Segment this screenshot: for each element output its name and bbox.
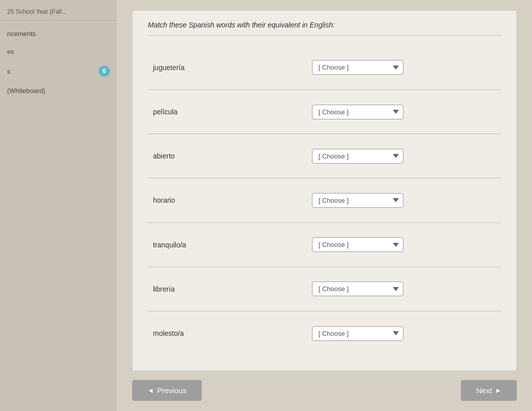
badge: 6: [99, 66, 110, 77]
sidebar-top: 25 School Year (Fall...: [0, 5, 117, 21]
next-arrow: ►: [495, 387, 502, 394]
sidebar-item-s[interactable]: s 6: [0, 61, 117, 81]
table-row: juguetería[ Choose ]: [148, 46, 501, 89]
word-cell: abierto: [148, 134, 307, 178]
sidebar-item-label: ncements: [7, 30, 36, 38]
question-card: Match these Spanish words with their equ…: [132, 10, 517, 371]
match-table: juguetería[ Choose ]película[ Choose ]ab…: [148, 46, 501, 355]
table-row: horario[ Choose ]: [148, 178, 501, 223]
next-button[interactable]: Next ►: [461, 380, 517, 401]
choose-select-1[interactable]: [ Choose ]: [312, 105, 403, 119]
choose-select-4[interactable]: [ Choose ]: [312, 237, 403, 252]
choose-select-0[interactable]: [ Choose ]: [312, 60, 403, 75]
select-cell: [ Choose ]: [307, 223, 501, 267]
select-cell: [ Choose ]: [307, 134, 501, 178]
select-cell: [ Choose ]: [307, 267, 501, 311]
instructions-text: Match these Spanish words with their equ…: [148, 21, 501, 36]
select-cell: [ Choose ]: [307, 46, 501, 89]
main-content: Match these Spanish words with their equ…: [117, 0, 532, 411]
sidebar-item-es[interactable]: es: [0, 44, 117, 59]
table-row: abierto[ Choose ]: [148, 134, 501, 178]
sidebar-item-announcements[interactable]: ncements: [0, 26, 117, 42]
sidebar-item-label: es: [7, 48, 14, 55]
choose-select-2[interactable]: [ Choose ]: [312, 149, 403, 164]
sidebar-item-label: (Whiteboard): [7, 87, 45, 94]
choose-select-5[interactable]: [ Choose ]: [312, 281, 403, 296]
word-cell: tranquilo/a: [148, 223, 307, 267]
choose-select-3[interactable]: [ Choose ]: [312, 193, 403, 208]
table-row: molesto/a[ Choose ]: [148, 311, 501, 355]
select-cell: [ Choose ]: [307, 89, 501, 134]
navigation-row: ◄ Previous Next ►: [132, 380, 517, 401]
table-row: película[ Choose ]: [148, 89, 501, 134]
word-cell: librería: [148, 267, 307, 311]
word-cell: horario: [148, 178, 307, 223]
sidebar: 25 School Year (Fall... ncements es s 6 …: [0, 0, 117, 411]
table-row: librería[ Choose ]: [148, 267, 501, 311]
word-cell: juguetería: [148, 46, 307, 89]
sidebar-item-label: s: [7, 68, 11, 75]
table-row: tranquilo/a[ Choose ]: [148, 223, 501, 267]
word-cell: película: [148, 89, 307, 134]
sidebar-item-whiteboard[interactable]: (Whiteboard): [0, 83, 117, 99]
previous-arrow: ◄: [147, 387, 154, 394]
word-cell: molesto/a: [148, 311, 307, 355]
select-cell: [ Choose ]: [307, 178, 501, 223]
previous-button[interactable]: ◄ Previous: [132, 380, 202, 401]
select-cell: [ Choose ]: [307, 311, 501, 355]
choose-select-6[interactable]: [ Choose ]: [312, 326, 403, 341]
previous-label: Previous: [157, 386, 186, 395]
next-label: Next: [476, 386, 492, 395]
